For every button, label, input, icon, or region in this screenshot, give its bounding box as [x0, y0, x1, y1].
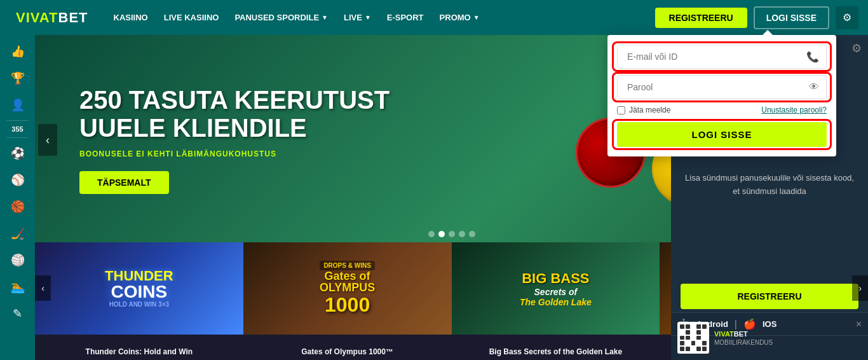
sidebar-divider-2: [6, 137, 29, 138]
register-button[interactable]: REGISTREERU: [655, 8, 747, 28]
hero-dot-5[interactable]: [469, 231, 475, 237]
phone-icon[interactable]: 📞: [806, 51, 819, 63]
hero-dot-1[interactable]: [428, 231, 435, 237]
game-card-thunder[interactable]: THUNDER COINS HOLD AND WIN 3×3 Thunder C…: [35, 242, 243, 360]
header-right: REGISTREERU LOGI SISSE ⚙: [655, 6, 858, 29]
promo-arrow-icon: ▼: [473, 14, 480, 21]
login-dropdown: 📞 👁 Jäta meelde Unustasite parooli? LOGI…: [607, 35, 836, 156]
gates-drops-badge: DROPS & WINS: [320, 261, 375, 270]
qr-cell: [696, 341, 701, 345]
app-logo-bet: BET: [734, 330, 748, 338]
sidebar-baseball-icon[interactable]: ⚾: [3, 168, 32, 192]
nav-live-kasiino[interactable]: LIVE KASIINO: [158, 9, 226, 26]
email-field-wrapper: 📞: [617, 45, 827, 69]
nav-live[interactable]: LIVE ▼: [337, 9, 377, 26]
thunder-text-top: THUNDER: [105, 269, 173, 283]
thunder-text-mid: COINS: [105, 283, 173, 301]
panused-arrow-icon: ▼: [322, 14, 328, 21]
thunder-text-bot: HOLD AND WIN 3×3: [105, 301, 173, 308]
bass-overlay: BIG BASS Secrets of The Golden Lake: [520, 270, 592, 307]
nav-promo[interactable]: PROMO ▼: [433, 9, 486, 26]
hero-dot-3[interactable]: [449, 231, 455, 237]
thunder-card-title: Thunder Coins: Hold and Win: [35, 343, 243, 360]
logo-vivat: VIVAT: [16, 10, 58, 25]
sidebar-thumbsup-icon[interactable]: 👍: [3, 39, 32, 64]
login-options: Jäta meelde Unustasite parooli?: [617, 106, 827, 114]
email-input[interactable]: [617, 45, 827, 69]
cards-next-button[interactable]: ›: [852, 275, 868, 301]
sidebar-divider: [6, 120, 29, 121]
hero-dot-4[interactable]: [459, 231, 465, 237]
login-button[interactable]: LOGI SISSE: [754, 6, 829, 29]
qr-cell: [686, 324, 690, 329]
nav-panused-spordile[interactable]: PANUSED SPORDILE ▼: [228, 9, 334, 26]
password-input[interactable]: [617, 75, 827, 99]
gates-text-mid: Gates ofOLYMPUS: [320, 270, 375, 293]
app-logo: VIVATBET: [714, 330, 773, 338]
nav-links: KASIINO LIVE KASIINO PANUSED SPORDILE ▼ …: [107, 9, 655, 26]
qr-cell: [680, 330, 684, 335]
qr-cell: [696, 324, 701, 329]
hero-prev-button[interactable]: ‹: [38, 124, 57, 156]
hero-subtitle: BOONUSELE EI KEHTI LÄBIMÄNGUKOHUSTUS: [79, 149, 390, 158]
sidebar-hockey-icon[interactable]: 🏒: [3, 221, 32, 246]
game-card-bass[interactable]: BIG BASS Secrets of The Golden Lake Big …: [452, 242, 660, 360]
qr-cell: [691, 330, 696, 335]
hero-dots: [428, 231, 475, 237]
sidebar-trophy-icon[interactable]: 🏆: [3, 66, 32, 90]
chevron-left-icon-2: ‹: [41, 283, 44, 293]
qr-cell: [696, 330, 701, 335]
qr-code: [677, 322, 709, 354]
qr-cell: [696, 336, 701, 340]
bass-text-top: BIG BASS: [520, 270, 592, 287]
nav-kasiino[interactable]: KASIINO: [107, 9, 154, 26]
sidebar-swim-icon[interactable]: 🏊: [3, 275, 32, 299]
gates-card-title: Gates of Olympus 1000™: [243, 343, 452, 360]
qr-cell: [680, 324, 684, 329]
hero-cta-button[interactable]: TÄPSEMALT: [79, 171, 169, 194]
gates-text-bot: 1000: [320, 293, 375, 317]
thunder-card-bg: THUNDER COINS HOLD AND WIN 3×3: [35, 242, 243, 335]
sidebar-user-icon[interactable]: 👤: [3, 93, 32, 117]
sidebar-volleyball-icon[interactable]: 🏐: [3, 248, 32, 272]
login-submit-button[interactable]: LOGI SISSE: [617, 122, 827, 147]
nav-esport[interactable]: E-SPORT: [381, 9, 430, 26]
hero-text-area: 250 TASUTA KEERUTUST UUELE KLIENDILE BOO…: [79, 86, 390, 194]
qr-cell: [702, 324, 707, 329]
remember-me-label[interactable]: Jäta meelde: [617, 106, 670, 114]
hero-title-line1: 250 TASUTA KEERUTUST: [79, 86, 390, 114]
gear-button[interactable]: ⚙: [836, 6, 858, 29]
sidebar-more-icon[interactable]: ✎: [3, 301, 32, 326]
sidebar-soccer-icon[interactable]: ⚽: [3, 141, 32, 165]
remember-text: Jäta meelde: [629, 106, 670, 114]
thunder-overlay: THUNDER COINS HOLD AND WIN 3×3: [105, 269, 173, 308]
app-logo-vivat: VIVAT: [714, 330, 734, 338]
qr-cell: [691, 347, 696, 351]
eye-icon[interactable]: 👁: [809, 81, 819, 93]
qr-cell: [686, 336, 690, 340]
app-download-bar: 🤖 Android | 🍎 IOS ×: [671, 312, 868, 360]
remember-checkbox[interactable]: [617, 106, 625, 114]
qr-cell: [686, 341, 690, 345]
qr-cell: [686, 347, 690, 351]
hero-title-line2: UUELE KLIENDILE: [79, 114, 390, 142]
logo-bet: BET: [58, 10, 88, 25]
sidebar-basketball-icon[interactable]: 🏀: [3, 195, 32, 219]
logo[interactable]: VIVATBET: [10, 7, 95, 29]
bass-card-title: Big Bass Secrets of the Golden Lake: [452, 343, 660, 360]
game-card-gates[interactable]: DROPS & WINS Gates ofOLYMPUS 1000 Gates …: [243, 242, 452, 360]
sports-gear-icon[interactable]: ⚙: [851, 41, 862, 55]
gates-card-bg: DROPS & WINS Gates ofOLYMPUS 1000: [243, 242, 452, 335]
hero-dot-2[interactable]: [438, 231, 445, 237]
app-sublabel: MOBIILIRAKENDUS: [714, 339, 773, 346]
qr-cell: [686, 330, 690, 335]
header: VIVATBET KASIINO LIVE KASIINO PANUSED SP…: [0, 0, 868, 35]
forgot-password-link[interactable]: Unustasite parooli?: [761, 106, 827, 114]
qr-area: VIVATBET MOBIILIRAKENDUS: [677, 319, 862, 357]
qr-cell: [691, 341, 696, 345]
sports-register-button[interactable]: REGISTREERU: [681, 284, 858, 309]
cards-prev-button[interactable]: ‹: [35, 275, 51, 301]
qr-cell: [680, 341, 684, 345]
gates-overlay: DROPS & WINS Gates ofOLYMPUS 1000: [320, 261, 375, 317]
sports-message: Lisa sündmusi panusekuulile või sisesta …: [671, 162, 868, 208]
